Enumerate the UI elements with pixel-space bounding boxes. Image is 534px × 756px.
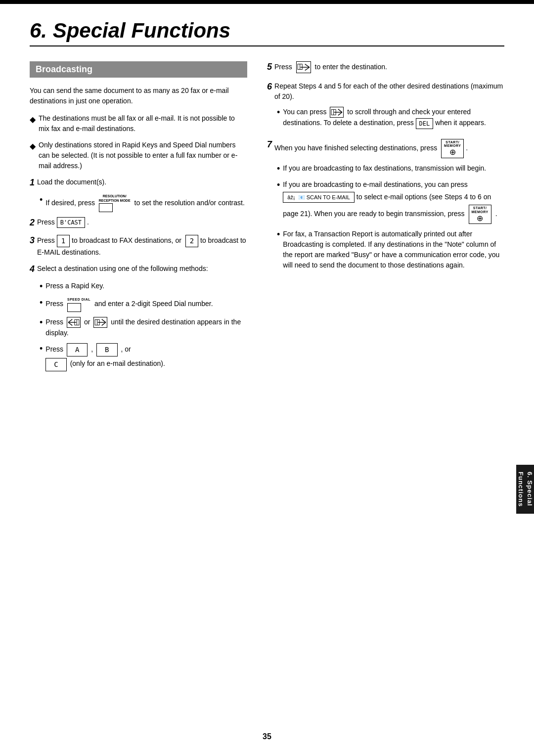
svg-line-0 [68,319,72,322]
top-border [0,0,534,4]
step-6-b1-text: You can press to scroll through and chec… [283,107,504,129]
bullet-item-1: ◆ The destinations must be all fax or al… [30,113,247,134]
right-arrow-icon [93,317,107,328]
step-4-num: 4 [30,264,35,275]
key-2: 2 [185,235,198,247]
svg-line-1 [68,322,72,325]
intro-text: You can send the same document to as man… [30,86,247,106]
svg-line-8 [102,322,106,325]
step-4-b2: • Press SPEED DIAL and enter a 2-digit S… [40,297,247,312]
svg-line-18 [338,112,342,115]
step-4-b1-text: Press a Rapid Key. [45,281,104,291]
bullet-dot-7b: • [277,179,280,191]
step-3-num: 3 [30,235,35,246]
bullet-item-2: ◆ Only destinations stored in Rapid Keys… [30,140,247,171]
step-1-num: 1 [30,177,35,188]
resolution-label: RESOLUTION/RECEPTION MODE [99,194,131,203]
step-7-b3-text: For fax, a Transaction Report is automat… [283,229,504,270]
diamond-icon-2: ◆ [30,140,36,152]
left-arrow-icon [67,317,81,328]
start-memory-key: START/MEMORY ⊕ [441,139,464,158]
step-4-b4: • Press A , B , or C (only for an e-mail… [40,343,247,371]
start-memory-key-2: START/MEMORY ⊕ [469,205,491,224]
two-column-layout: Broadcasting You can send the same docum… [30,61,504,376]
step-1-bullet-text: If desired, press RESOLUTION/RECEPTION M… [45,194,245,212]
step-2-text: Press B'CAST . [37,217,89,228]
bullet-dot-4a: • [40,281,43,292]
step-4: 4 Select a destination using one of the … [30,264,247,275]
left-column: Broadcasting You can send the same docum… [30,61,247,376]
bcast-key: B'CAST [57,217,85,228]
right-arrow-icon-2 [330,107,344,118]
step-4-b4-text: Press A , B , or C (only for an e-mail d… [45,343,165,371]
step-4-b3: • Press or [40,317,247,338]
enter-arrow-icon [296,61,311,73]
step-5-text: Press to enter the destination. [274,61,387,73]
key-1: 1 [57,235,70,247]
scan-icon: âž¡ [287,194,295,200]
bullet-dot-6a: • [277,107,280,118]
step-1-bullet: • If desired, press RESOLUTION/RECEPTION… [40,194,247,212]
right-column: 5 Press to enter the destination. [267,61,504,376]
step-7-b2: • If you are broadcasting to e-mail dest… [277,179,504,224]
step-6-num: 6 [267,81,272,92]
bullet-dot-7c: • [277,229,280,240]
svg-line-13 [305,67,309,70]
key-a: A [67,343,88,356]
step-4-b2-text: Press SPEED DIAL and enter a 2-digit Spe… [45,297,213,312]
step-2: 2 Press B'CAST . [30,217,247,228]
svg-line-17 [338,109,342,112]
step-3: 3 Press 1 to broadcast to FAX destinatio… [30,235,247,258]
bullet-dot-4c: • [40,317,43,328]
svg-line-7 [102,319,106,322]
bullet-dot-4d: • [40,343,43,355]
page-number: 35 [263,732,271,741]
step-2-num: 2 [30,217,35,228]
side-tab: 6. SpecialFunctions [516,465,534,514]
speed-dial-box [67,303,81,312]
diamond-icon: ◆ [30,114,36,126]
step-7-b3: • For fax, a Transaction Report is autom… [277,229,504,270]
step-1: 1 Load the document(s). [30,177,247,188]
step-6: 6 Repeat Steps 4 and 5 for each of the o… [267,81,504,102]
step-4-b1: • Press a Rapid Key. [40,281,247,292]
step-4-text: Select a destination using one of the fo… [37,264,208,274]
key-c: C [45,358,66,371]
bullet-dot-1: • [40,194,43,206]
bullet-text-2: Only destinations stored in Rapid Keys a… [39,140,247,171]
bullet-text-1: The destinations must be all fax or all … [39,113,247,134]
step-7: 7 When you have finished selecting desti… [267,139,504,158]
step-7-num: 7 [267,139,272,150]
step-7-text: When you have finished selecting destina… [274,139,468,158]
page-title: 6. Special Functions [30,19,504,46]
scan-email-key: âž¡ 📧 SCAN TO E-MAIL [283,192,355,203]
step-7-b2-text: If you are broadcasting to e-mail destin… [283,179,504,224]
section-header: Broadcasting [30,61,247,78]
step-5: 5 Press to enter the destination. [267,61,504,73]
step-3-text: Press 1 to broadcast to FAX destinations… [37,235,247,258]
del-key: DEL [416,118,434,129]
step-6-text: Repeat Steps 4 and 5 for each of the oth… [274,81,504,102]
step-6-b1: • You can press to scroll through and ch… [277,107,504,129]
step-7-b1: • If you are broadcasting to fax destina… [277,163,504,175]
step-1-text: Load the document(s). [37,177,106,187]
speed-dial-label: SPEED DIAL [67,297,90,303]
svg-line-12 [305,64,309,67]
resolution-box [99,203,113,212]
bullet-dot-7a: • [277,163,280,175]
step-7-b1-text: If you are broadcasting to fax destinati… [283,163,486,174]
step-4-b3-text: Press or [45,317,247,338]
key-b: B [96,343,117,356]
step-5-num: 5 [267,61,272,73]
bullet-dot-4b: • [40,297,43,309]
